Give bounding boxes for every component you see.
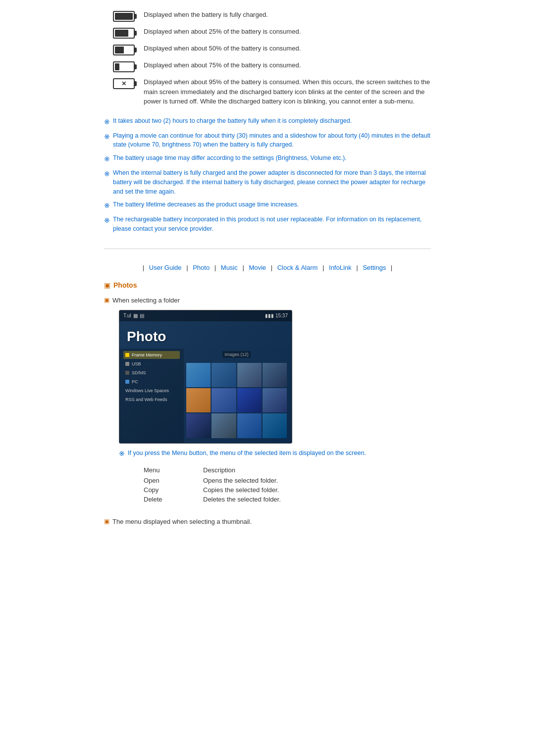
subsection-thumbnail-icon: ▣ bbox=[104, 518, 109, 525]
nav-link-clock-alarm[interactable]: Clock & Alarm bbox=[277, 264, 318, 271]
device-status-left: T.ul ▩ ▤ bbox=[123, 313, 144, 318]
dot-sdms bbox=[125, 371, 129, 375]
menu-table-row-copy: Copy Copies the selected folder. bbox=[144, 486, 342, 494]
nav-sep-1: | bbox=[186, 264, 188, 271]
note-text-1: It takes about two (2) hours to charge t… bbox=[113, 116, 352, 126]
nav-link-user-guide[interactable]: User Guide bbox=[149, 264, 182, 271]
sidebar-label-rss: RSS and Web Feeds bbox=[125, 397, 167, 402]
battery-icon-full-container bbox=[104, 10, 144, 22]
note-symbol-4: ※ bbox=[104, 169, 110, 179]
warning-text-folder: If you press the Menu button, the menu o… bbox=[128, 449, 366, 458]
photos-section-header: ▣ Photos bbox=[104, 281, 431, 289]
thumbnail-3 bbox=[237, 363, 262, 387]
battery-icon-full bbox=[113, 11, 135, 22]
nav-separator-start: | bbox=[143, 264, 144, 271]
device-content-area: Frame Memory USB SD/MS PC bbox=[119, 349, 292, 444]
dot-frame-memory bbox=[125, 353, 129, 357]
menu-table-row-delete: Delete Deletes the selected folder. bbox=[144, 496, 342, 503]
note-item-6: ※ The rechargeable battery incorporated … bbox=[104, 215, 431, 234]
sidebar-label-sdms: SD/MS bbox=[132, 370, 146, 375]
menu-item-name-copy: Copy bbox=[144, 486, 203, 494]
note-text-2: Playing a movie can continue for about t… bbox=[113, 131, 431, 150]
battery-desc-full: Displayed when the battery is fully char… bbox=[144, 10, 431, 20]
battery-icon-50-container bbox=[104, 44, 144, 55]
device-thumbnail-grid bbox=[184, 360, 289, 441]
battery-section: Displayed when the battery is fully char… bbox=[104, 10, 431, 106]
nav-link-photo[interactable]: Photo bbox=[193, 264, 210, 271]
section-divider bbox=[104, 249, 431, 249]
nav-sep-3: | bbox=[242, 264, 244, 271]
battery-desc-dead: Displayed when about 95% of the battery … bbox=[144, 77, 431, 106]
note-symbol-5: ※ bbox=[104, 201, 110, 211]
dot-usb bbox=[125, 362, 129, 366]
subsection-thumbnail-title: The menu displayed when selecting a thum… bbox=[112, 518, 252, 525]
notes-section: ※ It takes about two (2) hours to charge… bbox=[104, 116, 431, 234]
menu-table: Menu Description Open Opens the selected… bbox=[144, 466, 342, 503]
note-text-6: The rechargeable battery incorporated in… bbox=[113, 215, 431, 234]
nav-sep-6: | bbox=[356, 264, 358, 271]
battery-desc-25: Displayed when about 75% of the battery … bbox=[144, 60, 431, 70]
menu-item-desc-delete: Deletes the selected folder. bbox=[203, 496, 342, 503]
sidebar-label-usb: USB bbox=[132, 361, 141, 366]
device-battery-icon: ▮▮▮ bbox=[265, 313, 274, 318]
nav-bar: | User Guide | Photo | Music | Movie | C… bbox=[104, 264, 431, 271]
battery-row-dead: ✕ Displayed when about 95% of the batter… bbox=[104, 77, 431, 106]
device-sidebar-item-usb[interactable]: USB bbox=[123, 360, 180, 368]
battery-row-25: Displayed when about 75% of the battery … bbox=[104, 60, 431, 72]
note-symbol-6: ※ bbox=[104, 215, 110, 226]
device-signal-icon: ▩ bbox=[133, 313, 138, 318]
warning-symbol-folder: ※ bbox=[119, 449, 125, 459]
photos-section-title: Photos bbox=[113, 281, 137, 289]
battery-row-full: Displayed when the battery is fully char… bbox=[104, 10, 431, 22]
note-item-3: ※ The battery usage time may differ acco… bbox=[104, 153, 431, 164]
thumbnail-11 bbox=[237, 413, 262, 438]
sidebar-label-wls: Windows Live Spaces bbox=[125, 388, 169, 393]
bottom-section: ▣ The menu displayed when selecting a th… bbox=[104, 518, 431, 525]
menu-item-desc-open: Opens the selected folder. bbox=[203, 477, 342, 484]
nav-sep-5: | bbox=[322, 264, 324, 271]
note-text-3: The battery usage time may differ accord… bbox=[113, 153, 347, 163]
warning-note-folder: ※ If you press the Menu button, the menu… bbox=[119, 449, 431, 459]
battery-fill-25 bbox=[115, 63, 119, 70]
thumbnail-6 bbox=[212, 388, 236, 412]
sidebar-label-frame-memory: Frame Memory bbox=[132, 353, 162, 357]
battery-icon-dead-container: ✕ bbox=[104, 77, 144, 89]
device-sidebar-item-rss[interactable]: RSS and Web Feeds bbox=[123, 396, 180, 403]
battery-row-75: Displayed when about 25% of the battery … bbox=[104, 27, 431, 39]
device-signal-text: T.ul bbox=[123, 313, 131, 318]
battery-icon-25-container bbox=[104, 60, 144, 72]
menu-item-name-open: Open bbox=[144, 477, 203, 484]
nav-separator-end: | bbox=[391, 264, 392, 271]
note-item-4: ※ When the internal battery is fully cha… bbox=[104, 168, 431, 196]
device-status-right: ▮▮▮ 15:37 bbox=[265, 313, 288, 318]
battery-icon-75-container bbox=[104, 27, 144, 39]
device-sidebar-item-wls[interactable]: Windows Live Spaces bbox=[123, 387, 180, 395]
subsection-thumbnail-header: ▣ The menu displayed when selecting a th… bbox=[104, 518, 431, 525]
nav-link-movie[interactable]: Movie bbox=[249, 264, 266, 271]
device-title-area: Photo bbox=[119, 321, 292, 349]
battery-desc-75: Displayed when about 25% of the battery … bbox=[144, 27, 431, 37]
nav-link-infolink[interactable]: InfoLink bbox=[329, 264, 352, 271]
thumbnail-5 bbox=[186, 388, 211, 412]
device-sidebar-item-pc[interactable]: PC bbox=[123, 378, 180, 386]
nav-link-settings[interactable]: Settings bbox=[363, 264, 386, 271]
device-time: 15:37 bbox=[275, 313, 288, 318]
device-status-bar: T.ul ▩ ▤ ▮▮▮ 15:37 bbox=[119, 310, 292, 321]
note-item-1: ※ It takes about two (2) hours to charge… bbox=[104, 116, 431, 127]
nav-sep-2: | bbox=[214, 264, 216, 271]
device-sidebar-item-frame-memory[interactable]: Frame Memory bbox=[123, 351, 180, 359]
subsection-folder-icon: ▣ bbox=[104, 297, 109, 303]
menu-item-name-delete: Delete bbox=[144, 496, 203, 503]
menu-col-header-menu: Menu bbox=[144, 466, 203, 474]
subsection-folder: ▣ When selecting a folder T.ul ▩ ▤ ▮▮▮ 1… bbox=[104, 297, 431, 503]
thumbnail-7 bbox=[237, 388, 262, 412]
device-sidebar-item-sdms[interactable]: SD/MS bbox=[123, 369, 180, 377]
battery-desc-50: Displayed when about 50% of the battery … bbox=[144, 44, 431, 53]
battery-row-50: Displayed when about 50% of the battery … bbox=[104, 44, 431, 55]
note-symbol-1: ※ bbox=[104, 117, 110, 127]
thumbnail-4 bbox=[263, 363, 287, 387]
device-app-title: Photo bbox=[127, 329, 284, 345]
thumbnail-9 bbox=[186, 413, 211, 438]
nav-link-music[interactable]: Music bbox=[221, 264, 238, 271]
main-container: Displayed when the battery is fully char… bbox=[89, 0, 446, 541]
